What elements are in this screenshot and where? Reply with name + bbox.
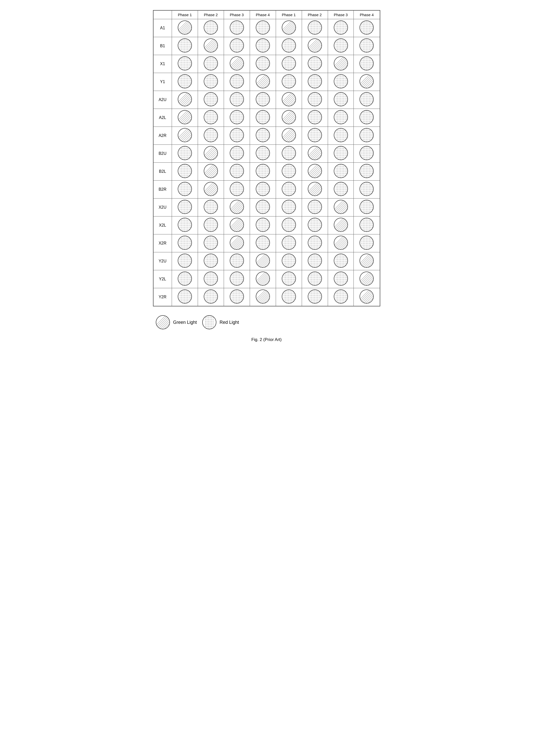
row-label-b1: B1	[153, 37, 172, 55]
cell-a1-phase6	[302, 19, 328, 37]
table-row: Y2L	[153, 270, 380, 288]
red-light-icon	[307, 253, 322, 268]
svg-line-1234	[347, 249, 348, 250]
cell-x2u-phase1	[172, 199, 198, 216]
red-light-icon	[359, 92, 374, 107]
cell-b2u-phase5	[276, 145, 302, 163]
red-light-icon	[203, 74, 218, 89]
cell-y2l-phase1	[172, 270, 198, 288]
red-light-icon	[229, 289, 244, 304]
red-light-icon	[203, 110, 218, 124]
red-light-icon	[203, 92, 218, 107]
cell-y2l-phase7	[328, 270, 354, 288]
red-light-icon	[255, 110, 270, 124]
green-light-icon	[281, 92, 296, 107]
cell-y2u-phase3	[224, 252, 250, 270]
header-phase4b: Phase 4	[354, 11, 380, 19]
green-light-icon	[203, 146, 218, 160]
red-light-icon	[359, 56, 374, 71]
cell-y2l-phase6	[302, 270, 328, 288]
cell-y1-phase7	[328, 73, 354, 91]
red-light-icon	[229, 74, 244, 89]
svg-line-226	[243, 70, 244, 71]
red-light-label: Red Light	[220, 320, 239, 325]
header-empty	[153, 11, 172, 19]
svg-line-60	[295, 34, 296, 35]
svg-line-1341	[373, 267, 374, 268]
row-label-a1: A1	[153, 19, 172, 37]
cell-b1-phase4	[250, 37, 276, 55]
header-phase4a: Phase 4	[250, 11, 276, 19]
red-light-icon	[229, 20, 244, 35]
cell-b2u-phase6	[302, 145, 328, 163]
cell-b2r-phase2	[198, 180, 224, 199]
cell-a2r-phase8	[354, 127, 380, 145]
svg-line-695	[217, 159, 218, 160]
red-light-icon	[359, 200, 374, 214]
svg-line-839	[321, 177, 322, 178]
red-light-icon	[177, 146, 192, 160]
cell-b2l-phase5	[276, 163, 302, 180]
cell-y1-phase4	[250, 73, 276, 91]
svg-line-994	[243, 213, 244, 214]
green-light-label: Green Light	[173, 320, 197, 325]
cell-b1-phase7	[328, 37, 354, 55]
red-light-icon	[255, 56, 270, 71]
cell-y2u-phase4	[250, 252, 276, 270]
table-row: A2L	[153, 109, 380, 127]
cell-y2u-phase2	[198, 252, 224, 270]
cell-x2r-phase8	[354, 234, 380, 252]
cell-x2u-phase3	[224, 199, 250, 216]
red-light-icon	[177, 182, 192, 196]
green-light-icon	[255, 253, 270, 268]
red-light-icon	[333, 164, 348, 178]
red-light-icon	[359, 20, 374, 35]
red-light-icon	[359, 128, 374, 143]
cell-y2u-phase5	[276, 252, 302, 270]
svg-line-444	[295, 106, 296, 107]
cell-x2r-phase1	[172, 234, 198, 252]
header-phase2b: Phase 2	[302, 11, 328, 19]
svg-line-1533	[373, 303, 374, 304]
cell-a2l-phase4	[250, 109, 276, 127]
table-row: X1	[153, 55, 380, 73]
cell-b2u-phase8	[354, 145, 380, 163]
cell-x2l-phase1	[172, 216, 198, 234]
cell-y2r-phase6	[302, 288, 328, 306]
red-light-icon	[281, 200, 296, 214]
cell-y2l-phase5	[276, 270, 302, 288]
table-row: Y1	[153, 73, 380, 91]
red-light-icon	[307, 74, 322, 89]
red-light-icon	[359, 217, 374, 232]
svg-line-791	[217, 177, 218, 178]
red-light-icon	[177, 56, 192, 71]
green-light-icon	[203, 182, 218, 196]
red-light-icon	[177, 74, 192, 89]
svg-line-636	[295, 142, 296, 143]
cell-b2r-phase1	[172, 180, 198, 199]
red-light-icon	[281, 74, 296, 89]
cell-a2u-phase7	[328, 91, 354, 109]
row-label-b2u: B2U	[153, 145, 172, 163]
figure-caption: Fig. 2 (Prior Art)	[153, 337, 380, 342]
cell-a2l-phase1	[172, 109, 198, 127]
red-light-icon	[333, 253, 348, 268]
cell-b2l-phase2	[198, 163, 224, 180]
red-light-icon	[333, 271, 348, 286]
svg-line-540	[295, 123, 296, 124]
cell-a1-phase7	[328, 19, 354, 37]
cell-x2r-phase3	[224, 234, 250, 252]
red-light-icon	[307, 200, 322, 214]
red-light-icon	[255, 235, 270, 250]
cell-x2u-phase4	[250, 199, 276, 216]
red-light-icon	[177, 38, 192, 53]
cell-b2u-phase3	[224, 145, 250, 163]
header-phase1b: Phase 1	[276, 11, 302, 19]
cell-x2l-phase8	[354, 216, 380, 234]
red-light-icon	[333, 146, 348, 160]
red-light-icon	[203, 271, 218, 286]
row-label-b2r: B2R	[153, 180, 172, 199]
red-light-icon	[255, 182, 270, 196]
cell-a2r-phase7	[328, 127, 354, 145]
green-light-icon	[255, 271, 270, 286]
